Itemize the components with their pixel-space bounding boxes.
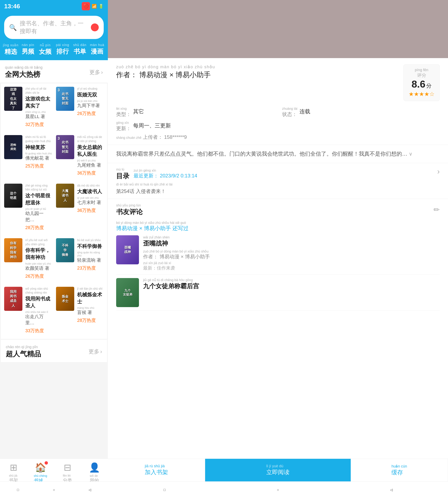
bookstore-icon: 🏠 xyxy=(35,462,46,473)
notification-badge xyxy=(45,461,48,465)
list-item[interactable]: 不科学御兽 bù kē xué yù shòu 不科学御兽 qīng quān … xyxy=(54,235,105,282)
catalog-update-pinyin: zuì jìn gēng xīn xyxy=(134,169,197,172)
tab-manhua[interactable]: màn huà 漫画 xyxy=(89,43,106,56)
tab-paixing[interactable]: pái xíng 排行 xyxy=(54,43,71,56)
hot-title-pinyin: quán wǎng dà rè bǎng xyxy=(5,65,43,70)
sys-square-button[interactable]: □ xyxy=(13,485,23,495)
book-heat: 33万热度 xyxy=(25,328,52,334)
list-item[interactable]: 这游戏也太真实了 zhè yóu xì yě tài zhēn shí le 这… xyxy=(2,83,53,131)
list-item[interactable]: 这个明星 zhè gè míng xīng hěn xiǎng tuì xiū … xyxy=(2,180,53,234)
comment-book-title: 九个女徒弟称霸后宫 xyxy=(143,282,440,291)
list-item[interactable]: 我用闲书成圣人 wǒ yòng xiàn shū chéng shèng rén… xyxy=(2,283,53,337)
comment-book-author: zuò zhě bó yì dòng màn bó yì xiǎo zhù sh… xyxy=(143,249,440,260)
hot-more-button[interactable]: 更多 › xyxy=(89,69,103,76)
author-name: 作者： 博易动漫 × 博易小助手 xyxy=(116,70,403,80)
rating-box: píng fēn 评分 8.6 分 ★★★★☆ xyxy=(403,64,440,101)
sys-nav-left: □ ○ ◁ xyxy=(0,481,108,498)
mic-button[interactable] xyxy=(91,23,99,31)
list-item[interactable]: 歪嘴战神 wāi zuǐ zhàn shén 歪嘴战神 zuò zhě bó y… xyxy=(116,235,440,275)
tab-nanpin[interactable]: nán pín 男频 xyxy=(19,43,36,56)
book-heat: 23万热度 xyxy=(77,265,104,271)
nav-item-bookshelf[interactable]: ⊞ shū jià 书架 xyxy=(0,462,27,477)
commenter-name: 博易动漫 × 博易小助手 还写过 xyxy=(116,225,440,232)
sys-square-button-right[interactable]: □ xyxy=(159,485,170,495)
tab-nvpin[interactable]: nǚ pín 女频 xyxy=(37,43,54,56)
book-cover: 大魔读书人 xyxy=(56,184,74,208)
book-cover: 恐怖师奕 xyxy=(4,135,22,159)
catalog-title-pinyin: mù lù xyxy=(116,167,129,172)
book-cover: 炼金术士 xyxy=(56,287,74,311)
bottom-more-button[interactable]: 更多 › xyxy=(89,348,102,355)
sys-nav-right: □ ○ ◁ xyxy=(108,481,448,498)
author-pinyin: zuò zhě bó yì dòng màn bó yì xiǎo zhù sh… xyxy=(116,64,403,69)
detail-meta: lèi xíng 类型： 其它 zhuàng tài 状态： 连载 gēng x… xyxy=(116,105,440,132)
list-item[interactable]: 你有科学我有神功 nǐ yǒu kē xué wǒ yǒu shén gōng … xyxy=(2,235,53,282)
hot-section-header: quán wǎng dà rè bǎng 全网大热榜 更多 › xyxy=(0,60,108,83)
nav-tabs: jīng xuǎn 精选 nán pín 男频 nǚ pín 女频 pái xí… xyxy=(0,43,108,60)
nav-item-bookstore[interactable]: 🏠 shū chéng 书城 xyxy=(27,462,54,477)
book-heat: 28万热度 xyxy=(77,317,104,323)
bottom-section-header: chāo rén qì jīng pǐn 超人气精品 更多 › xyxy=(1,340,107,362)
list-item[interactable]: 恐怖师奕 shén mì fù sū fó guāng xiān huā zhù… xyxy=(2,132,53,179)
search-icon: 🔍 xyxy=(9,24,17,31)
catalog-update: 最近更新： 2023/9/2 0:13:14 xyxy=(134,172,197,179)
comments-section: shū yǒu píng lùn 书友评论 ✏ bó yì dòng màn b… xyxy=(108,199,448,315)
comment-book-cover: 九个女徒弟 xyxy=(116,278,139,307)
action-bar: jiā rù shū jià 加入书架 lì jí yuè dú 立即阅读 hu… xyxy=(108,459,448,481)
book-heat: 26万热度 xyxy=(77,110,104,116)
search-bar: 🔍 搜书名、作者、主角，一搜即有 xyxy=(0,13,108,43)
edit-icon[interactable]: ✏ xyxy=(433,205,440,214)
book-heat: 32万热度 xyxy=(25,121,52,128)
list-item[interactable]: 此书暂无封面 3 měi nǚ zǒng cái de sī rén yī sh… xyxy=(54,132,105,179)
book-heat: 28万热度 xyxy=(25,225,52,231)
category-icon: ⊟ xyxy=(64,462,71,473)
nav-item-category[interactable]: ⊟ fēn lèi 分类 xyxy=(54,462,81,477)
nav-item-profile[interactable]: 👤 wǒ de 我的 xyxy=(81,462,108,477)
bottom-title-pinyin: chāo rén qì jīng pǐn xyxy=(6,345,41,349)
add-to-shelf-button[interactable]: jiā rù shū jià 加入书架 xyxy=(108,459,205,481)
catalog-title: 目录 xyxy=(116,172,129,181)
uploader-info: shàng chuán zhě 上传者： 158******9 xyxy=(116,134,440,140)
book-heat: 26万热度 xyxy=(25,273,52,279)
comments-title: 书友评论 xyxy=(116,207,143,217)
book-synopsis: 我说离称霸世界只差亿点点灵气。他们都不信。门口的大黄说我会绝世武功。他们全信了。… xyxy=(108,145,448,163)
app-icon: 🔴 xyxy=(82,2,90,10)
book-detail: zuò zhě bó yì dòng màn bó yì xiǎo zhù sh… xyxy=(108,58,448,459)
book-list: 这游戏也太真实了 zhè yóu xì yě tài zhēn shí le 这… xyxy=(0,83,108,459)
profile-icon: 👤 xyxy=(89,462,100,473)
list-item[interactable]: 大魔读书人 dà mó dú shū rén 大魔读书人 qī yuè wèi … xyxy=(54,180,105,234)
list-item[interactable]: 此书暂无封面 3 yī yì wú shuāng 医婚无双 jiǔ jú xià… xyxy=(54,83,105,131)
catalog-section: mù lù 目录 zuì jìn gēng xīn 最近更新： 2023/9/2… xyxy=(108,163,448,199)
hot-title: 全网大热榜 xyxy=(5,70,43,79)
book-heat: 36万热度 xyxy=(77,170,104,176)
list-item[interactable]: 炼金术士 jī xiè liàn jīn shū shì 机械炼金术士 máng… xyxy=(54,283,105,337)
comment-book-title: 歪嘴战神 xyxy=(143,239,440,248)
comment-book-latest: zuì xīn jiā zuò lái xí 最新：佳作来袭 xyxy=(143,261,440,271)
sys-circle-button-right[interactable]: ○ xyxy=(273,485,283,495)
expand-synopsis[interactable]: ∨ xyxy=(409,151,413,157)
catalog-latest: 第254话 入侵者袭来！ xyxy=(116,188,197,195)
rating-stars: ★★★★☆ xyxy=(409,91,434,98)
tab-shudan[interactable]: shū dān 书单 xyxy=(71,43,88,56)
bottom-title: 超人气精品 xyxy=(6,349,41,359)
book-cover: 这游戏也太真实了 xyxy=(4,87,22,111)
sys-circle-button[interactable]: ○ xyxy=(49,485,59,495)
cache-button[interactable]: huǎn cún 缓存 xyxy=(351,459,448,481)
status-time: 13:46 xyxy=(4,3,20,10)
tab-jingxuan[interactable]: jīng xuǎn 精选 xyxy=(2,43,19,56)
bottom-nav: ⊞ shū jià 书架 🏠 shū chéng 书城 ⊟ fēn lèi 分类… xyxy=(0,459,108,481)
status-icons: 🔴 📶 🔋 xyxy=(82,2,104,10)
sys-back-button[interactable]: ◁ xyxy=(85,485,95,495)
signal-icon: 📶 xyxy=(92,4,97,9)
list-item[interactable]: 九个女徒弟 jiǔ gè nǚ tú dì chēng bà hòu gōng … xyxy=(116,278,440,311)
sys-back-button-right[interactable]: ◁ xyxy=(386,485,397,495)
commenter-info: bó yì dòng màn bó yì xiǎo zhù shǒu hái x… xyxy=(116,221,440,232)
catalog-arrow-icon[interactable]: › xyxy=(437,167,440,176)
rating-score: 8.6 xyxy=(412,78,425,90)
search-input-wrap[interactable]: 🔍 搜书名、作者、主角，一搜即有 xyxy=(4,16,104,39)
comment-book-cover: 歪嘴战神 xyxy=(116,235,139,264)
read-now-button[interactable]: lì jí yuè dú 立即阅读 xyxy=(205,459,351,481)
search-placeholder: 搜书名、作者、主角，一搜即有 xyxy=(20,19,88,35)
detail-header: zuò zhě bó yì dòng màn bó yì xiǎo zhù sh… xyxy=(108,58,448,145)
battery-icon: 🔋 xyxy=(98,4,104,9)
